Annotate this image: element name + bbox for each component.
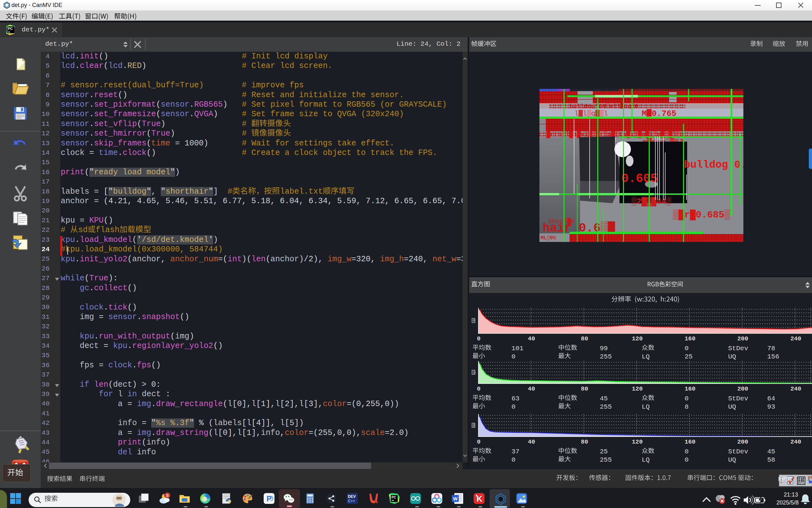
- svg-text:W: W: [453, 496, 458, 501]
- svg-text:ML▒0%: ML▒0%: [541, 235, 556, 241]
- svg-text:K: K: [477, 494, 482, 503]
- svg-text:C++: C++: [348, 499, 355, 503]
- svg-text:▒█r█0.685▒: ▒█r█0.685▒: [673, 210, 730, 221]
- svg-text:PC: PC: [8, 27, 13, 31]
- svg-text:P: P: [267, 494, 272, 503]
- svg-text:G: G: [473, 370, 476, 375]
- svg-text:B: B: [473, 423, 475, 428]
- svg-text:bulldog 0.: bulldog 0.: [684, 159, 743, 171]
- svg-text:5: 5: [166, 493, 169, 498]
- svg-text:DEV: DEV: [348, 494, 356, 499]
- svg-text:0.605: 0.605: [621, 172, 658, 185]
- svg-text:PC: PC: [392, 496, 396, 499]
- svg-text:R: R: [473, 319, 476, 323]
